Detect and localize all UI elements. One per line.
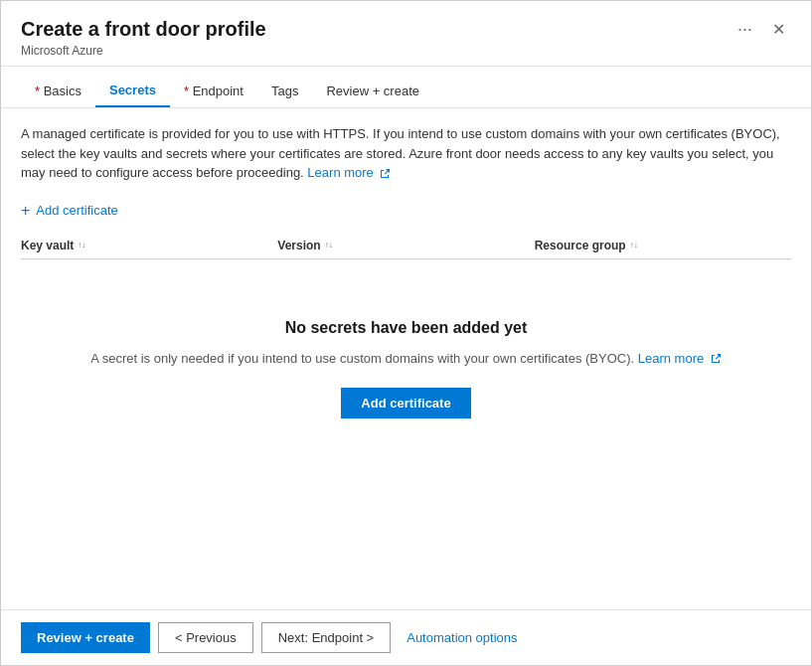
dialog-footer: Review + create < Previous Next: Endpoin… <box>1 609 811 665</box>
add-certificate-cta-button[interactable]: Add certificate <box>341 388 470 418</box>
tabs-row: Basics Secrets Endpoint Tags Review + cr… <box>1 67 811 107</box>
automation-options-button[interactable]: Automation options <box>399 623 525 652</box>
info-text: A managed certificate is provided for yo… <box>21 124 791 183</box>
close-icon[interactable]: ✕ <box>766 18 791 41</box>
col-header-key-vault[interactable]: Key vault ↑↓ <box>21 239 277 252</box>
more-options-icon[interactable]: ··· <box>731 17 758 42</box>
external-link-icon <box>379 168 391 180</box>
col-header-version[interactable]: Version ↑↓ <box>277 239 534 252</box>
external-link-icon-2 <box>710 353 722 365</box>
dialog-title: Create a front door profile <box>21 18 266 41</box>
info-learn-more-link[interactable]: Learn more <box>307 165 391 180</box>
dialog-header: Create a front door profile ··· ✕ Micros… <box>1 1 811 67</box>
dialog-subtitle: Microsoft Azure <box>21 44 791 58</box>
dialog-title-actions: ··· ✕ <box>731 17 791 42</box>
empty-state-title: No secrets have been added yet <box>285 319 528 337</box>
tab-basics[interactable]: Basics <box>21 75 95 107</box>
empty-state-description: A secret is only needed if you intend to… <box>90 349 722 369</box>
sort-icon-version: ↑↓ <box>325 242 333 250</box>
empty-state: No secrets have been added yet A secret … <box>21 259 791 459</box>
sort-icon-key-vault: ↑↓ <box>78 242 85 250</box>
table-header: Key vault ↑↓ Version ↑↓ Resource group ↑… <box>21 239 791 259</box>
empty-learn-more-link[interactable]: Learn more <box>638 351 722 366</box>
col-header-resource-group[interactable]: Resource group ↑↓ <box>535 239 791 252</box>
tab-tags[interactable]: Tags <box>257 75 312 107</box>
next-button[interactable]: Next: Endpoint > <box>261 622 391 653</box>
create-front-door-dialog: Create a front door profile ··· ✕ Micros… <box>0 0 812 666</box>
plus-icon: + <box>21 203 30 219</box>
tab-secrets[interactable]: Secrets <box>95 75 170 107</box>
tab-review-create[interactable]: Review + create <box>312 75 433 107</box>
dialog-body: A managed certificate is provided for yo… <box>1 108 811 609</box>
add-certificate-button[interactable]: + Add certificate <box>21 199 118 223</box>
previous-button[interactable]: < Previous <box>158 622 253 653</box>
review-create-button[interactable]: Review + create <box>21 622 150 653</box>
sort-icon-resource-group: ↑↓ <box>630 242 638 250</box>
tab-endpoint[interactable]: Endpoint <box>170 75 257 107</box>
